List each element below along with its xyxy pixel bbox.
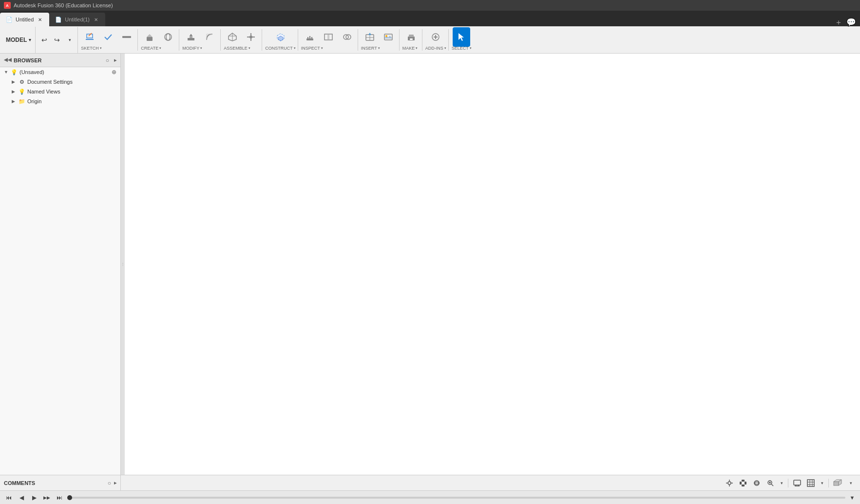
grid-dropdown-btn[interactable]: ▾ xyxy=(819,477,825,489)
play-btn[interactable]: ▶ xyxy=(29,493,39,503)
grid-btn[interactable] xyxy=(805,477,817,489)
modify-group: MODIFY ▾ xyxy=(180,29,221,51)
select-btn[interactable] xyxy=(453,27,470,47)
tab-close-btn2[interactable]: ✕ xyxy=(93,16,99,23)
section-icon xyxy=(323,32,334,42)
revolve-btn[interactable] xyxy=(159,27,177,47)
go-start-btn[interactable]: ⏮ xyxy=(4,493,14,503)
select-arrow-icon: ▾ xyxy=(470,46,472,50)
tab-untitled1[interactable]: 📄 Untitled(1) ✕ xyxy=(49,13,105,26)
tree-item-named-views[interactable]: ▶ 💡 Named Views xyxy=(0,87,120,96)
orbit-btn[interactable] xyxy=(751,477,763,489)
tab-close-btn[interactable]: ✕ xyxy=(37,16,43,23)
extrude-icon xyxy=(144,32,155,42)
svg-rect-2 xyxy=(122,36,131,38)
assemble-arrow-icon: ▾ xyxy=(248,46,250,50)
svg-point-6 xyxy=(166,34,170,40)
undo-redo-group: ↩ ↪ ▾ xyxy=(37,27,78,53)
construct-label[interactable]: CONSTRUCT ▾ xyxy=(265,46,296,51)
finish-sketch-icon xyxy=(103,32,114,42)
sidebar: ◀◀ BROWSER ○ ▸ ▼ 💡 (Unsaved) ⊕ ▶ ⚙ Docum… xyxy=(0,54,121,475)
svg-rect-59 xyxy=(807,480,814,486)
tree-arrow-doc: ▶ xyxy=(12,79,17,84)
3d-print-btn[interactable] xyxy=(402,27,420,47)
comments-expand-btn[interactable]: ▸ xyxy=(114,480,116,485)
zoom-btn[interactable] xyxy=(764,477,776,489)
separator1 xyxy=(788,479,788,487)
insert-arrow-icon: ▾ xyxy=(378,46,380,50)
select-label[interactable]: SELECT ▾ xyxy=(452,46,472,51)
view-dropdown-btn[interactable]: ▾ xyxy=(847,477,854,489)
svg-rect-24 xyxy=(327,34,329,40)
pan-btn[interactable] xyxy=(737,477,749,489)
new-component-btn[interactable] xyxy=(224,27,241,47)
inspect-label[interactable]: INSPECT ▾ xyxy=(301,46,356,51)
undo-btn[interactable]: ↩ xyxy=(38,34,50,46)
svg-rect-49 xyxy=(745,482,746,485)
timeline-marker[interactable] xyxy=(67,495,72,500)
new-tab-btn[interactable]: ＋ xyxy=(835,19,842,26)
tree-item-origin[interactable]: ▶ 📁 Origin xyxy=(0,96,120,106)
insert-mesh-btn[interactable] xyxy=(361,27,379,47)
go-end-btn[interactable]: ⏭ xyxy=(55,493,64,503)
toolbar: MODEL ▾ ↩ ↪ ▾ xyxy=(0,26,860,54)
inspect-group: INSPECT ▾ xyxy=(299,29,358,51)
tree-item-doc-settings[interactable]: ▶ ⚙ Document Settings xyxy=(0,77,120,87)
insert-label[interactable]: INSERT ▾ xyxy=(361,46,397,51)
interference-btn[interactable] xyxy=(338,27,356,47)
tab-overflow-btn[interactable]: 💬 xyxy=(846,19,856,26)
assemble-label[interactable]: ASSEMBLE ▾ xyxy=(224,46,260,51)
svg-line-1 xyxy=(89,33,92,36)
add-ins-group: ADD-INS ▾ xyxy=(423,29,449,51)
comments-section[interactable]: COMMENTS ○ ▸ xyxy=(0,475,121,491)
svg-rect-0 xyxy=(86,39,94,40)
svg-rect-48 xyxy=(740,482,742,485)
tree-add-btn[interactable]: ⊕ xyxy=(112,69,116,75)
timeline-track[interactable] xyxy=(67,497,845,499)
browser-search-btn[interactable]: ○ xyxy=(106,57,109,64)
joint-btn[interactable] xyxy=(242,27,260,47)
fillet-btn[interactable] xyxy=(201,27,218,47)
sketch-line-icon xyxy=(121,32,132,42)
svg-rect-7 xyxy=(188,38,194,40)
sketch-line-btn[interactable] xyxy=(118,27,135,47)
tab-untitled[interactable]: 📄 Untitled ✕ xyxy=(0,13,49,26)
insert-svg-btn[interactable] xyxy=(380,27,397,47)
add-ins-arrow-icon: ▾ xyxy=(444,46,446,50)
go-next-btn[interactable]: ▶▶ xyxy=(42,493,52,503)
redo-btn[interactable]: ↪ xyxy=(51,34,63,46)
create-sketch-btn[interactable] xyxy=(81,27,98,47)
add-ins-btn[interactable] xyxy=(427,27,444,47)
insert-mesh-icon xyxy=(364,32,375,42)
comments-settings-btn[interactable]: ○ xyxy=(108,480,111,486)
grid-snap-btn[interactable] xyxy=(724,477,735,489)
model-dropdown[interactable]: MODEL ▾ xyxy=(2,27,36,53)
make-label[interactable]: MAKE ▾ xyxy=(402,46,420,51)
extrude-btn[interactable] xyxy=(141,27,158,47)
display-settings-btn[interactable] xyxy=(791,477,803,489)
press-pull-btn[interactable] xyxy=(182,27,200,47)
create-label[interactable]: CREATE ▾ xyxy=(141,46,177,51)
browser-expand-btn[interactable]: ▸ xyxy=(114,57,116,63)
sketch-label[interactable]: SKETCH ▾ xyxy=(81,46,135,51)
section-analysis-btn[interactable] xyxy=(320,27,337,47)
add-ins-label[interactable]: ADD-INS ▾ xyxy=(425,46,446,51)
measure-btn[interactable] xyxy=(301,27,319,47)
view-cube-btn[interactable] xyxy=(832,477,845,489)
sidebar-resize-handle[interactable]: ⋮ xyxy=(121,54,125,475)
zoom-dropdown-btn[interactable]: ▾ xyxy=(778,477,785,489)
new-component-icon xyxy=(227,32,238,42)
construct-btn[interactable] xyxy=(272,27,289,47)
assemble-group: ASSEMBLE ▾ xyxy=(222,29,262,51)
svg-rect-3 xyxy=(147,37,153,41)
go-prev-btn[interactable]: ◀ xyxy=(17,493,26,503)
browser-header: ◀◀ BROWSER ○ ▸ xyxy=(0,54,120,67)
svg-rect-55 xyxy=(794,480,801,485)
collapse-left-btn[interactable]: ◀◀ xyxy=(4,57,11,64)
tree-item-root[interactable]: ▼ 💡 (Unsaved) ⊕ xyxy=(0,67,120,77)
timeline-filter-btn[interactable]: ▼ xyxy=(848,494,856,502)
history-btn[interactable]: ▾ xyxy=(64,34,76,46)
finish-sketch-btn[interactable] xyxy=(99,27,117,47)
add-ins-icon xyxy=(430,32,441,42)
modify-label[interactable]: MODIFY ▾ xyxy=(182,46,218,51)
